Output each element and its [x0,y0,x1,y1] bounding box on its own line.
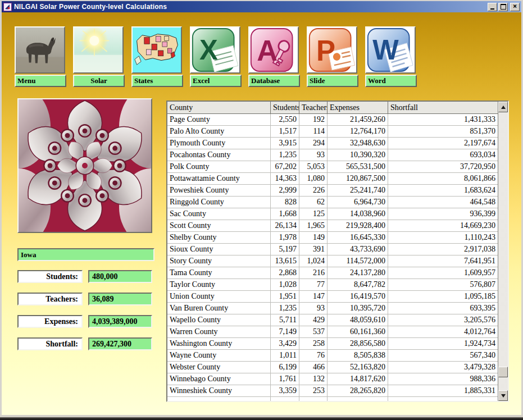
stat-value-field[interactable]: 480,000 [88,270,152,283]
table-row[interactable]: Washington County 3,429 258 28,856,580 1… [167,338,498,350]
cell-expenses: 12,764,170 [328,126,388,138]
table-row[interactable]: Page County 2,550 192 21,459,260 1,431,3… [167,114,498,126]
stat-value-field[interactable]: 4,039,389,000 [88,315,152,328]
cell-county: Ringgold County [167,197,271,208]
cell-county: Tama County [167,267,271,279]
scrollbar-up-button[interactable] [498,102,508,112]
cell-teachers: 226 [299,185,328,197]
table-row[interactable]: Warren County 7,149 537 60,161,360 4,012… [167,326,498,338]
maximize-button[interactable] [498,3,508,11]
window-title: NILGAI Solar Power County-level Calculat… [14,3,488,11]
close-button[interactable]: × [510,3,520,11]
cell-expenses: 10,390,320 [328,149,388,161]
table-row[interactable]: Palo Alto County 1,517 114 12,764,170 85… [167,126,498,138]
cell-county: Washington County [167,338,271,350]
table-row[interactable]: Scott County 26,134 1,965 219,928,400 14… [167,220,498,232]
cell-shortfall: 3,205,576 [388,314,498,326]
cell-county: Winneshiek County [167,385,271,397]
scrollbar-thumb[interactable] [498,367,508,377]
cell-teachers: 253 [299,385,328,397]
toolbar-button[interactable]: Excel [190,26,242,87]
col-header-expenses[interactable]: Expenses [328,102,388,114]
cell-teachers: 149 [299,232,328,244]
cell-teachers: 147 [299,291,328,303]
toolbar-button-label: Solar [73,75,125,87]
table-row[interactable]: Winneshiek County 3,359 253 28,265,820 1… [167,385,498,397]
table-row[interactable]: Taylor County 1,028 77 8,647,782 576,807 [167,279,498,291]
table-row[interactable]: Webster County 6,199 466 52,163,820 3,47… [167,362,498,373]
toolbar: Menu Solar States Excel Database Slide [15,26,417,87]
cell-county: Sac County [167,208,271,220]
title-bar[interactable]: NILGAI Solar Power County-level Calculat… [2,1,521,12]
scrollbar-track[interactable] [498,112,508,390]
table-header: County Students Teachers Expenses Shortf… [167,102,498,114]
toolbar-button[interactable]: Solar [73,26,125,87]
cell-teachers: 132 [299,373,328,385]
table-scrollbar[interactable] [498,102,508,401]
table-row[interactable]: Story County 13,615 1,024 114,572,000 7,… [167,255,498,267]
scrollbar-down-button[interactable] [498,390,508,401]
cell-students: 5,711 [271,314,299,326]
cell-county: Union County [167,291,271,303]
toolbar-button[interactable]: Menu [15,26,66,87]
stats-panel: Students: 480,000 Teachers: 36,089 Expen… [17,270,152,350]
county-table-grid: County Students Teachers Expenses Shortf… [167,102,498,401]
cell-county: Pocahontas County [167,149,271,161]
table-row[interactable]: Plymouth County 3,915 294 32,948,630 2,1… [167,138,498,149]
table-row[interactable]: Ringgold County 828 62 6,964,730 464,548 [167,197,498,208]
stat-label: Shortfall: [17,337,83,350]
table-row[interactable]: Sac County 1,668 125 14,038,960 936,399 [167,208,498,220]
cell-teachers: 429 [299,314,328,326]
cell-county: Poweshiek County [167,185,271,197]
cell-expenses: 16,419,570 [328,291,388,303]
cell-expenses: 114,572,000 [328,255,388,267]
cell-teachers: 1,965 [299,220,328,232]
table-row[interactable]: Sioux County 5,197 391 43,733,690 2,917,… [167,244,498,255]
table-row[interactable]: Shelby County 1,978 149 16,645,330 1,110… [167,232,498,244]
col-header-shortfall[interactable]: Shortfall [388,102,498,114]
toolbar-button[interactable]: Word [365,26,417,87]
table-row[interactable]: Van Buren County 1,235 93 10,395,720 693… [167,303,498,314]
col-header-teachers[interactable]: Teachers [299,102,328,114]
minimize-button[interactable] [488,3,497,11]
table-row[interactable]: Wapello County 5,711 429 48,059,610 3,20… [167,314,498,326]
cell-students: 1,235 [271,149,299,161]
stat-value-field[interactable]: 36,089 [88,293,152,305]
cell-county: Wapello County [167,314,271,326]
table-row[interactable]: Pottawattamie County 14,363 1,080 120,86… [167,173,498,185]
cell-students: 3,359 [271,385,299,397]
table-row[interactable]: Wayne County 1,011 76 8,505,838 567,340 [167,350,498,362]
table-row[interactable]: Union County 1,951 147 16,419,570 1,095,… [167,291,498,303]
toolbar-button[interactable]: Slide [307,26,358,87]
table-row[interactable]: Pocahontas County 1,235 93 10,390,320 69… [167,149,498,161]
table-row[interactable]: Poweshiek County 2,999 226 25,241,740 1,… [167,185,498,197]
col-header-county[interactable]: County [167,102,271,114]
cell-county: Page County [167,114,271,126]
stat-value-field[interactable]: 269,427,300 [88,337,152,350]
cell-shortfall: 2,197,674 [388,138,498,149]
stat-row: Students: 480,000 [17,270,152,283]
toolbar-button-icon [131,26,182,74]
toolbar-button-label: States [131,75,183,87]
stat-row: Shortfall: 269,427,300 [17,337,152,350]
cell-county: Palo Alto County [167,126,271,138]
cell-expenses: 14,038,960 [328,208,388,220]
table-row[interactable]: Polk County 67,202 5,053 565,531,500 37,… [167,161,498,173]
state-name-field[interactable]: Iowa [17,248,154,261]
cell-teachers: 114 [299,126,328,138]
col-header-students[interactable]: Students [271,102,299,114]
toolbar-button[interactable]: States [131,26,183,87]
cell-teachers: 125 [299,208,328,220]
cell-county: Story County [167,255,271,267]
table-row[interactable]: Winnebago County 1,761 132 14,817,620 98… [167,373,498,385]
cell-county: Polk County [167,161,271,173]
cell-expenses: 28,856,580 [328,338,388,350]
toolbar-button[interactable]: Database [248,26,300,87]
cell-shortfall: 988,336 [388,373,498,385]
cell-shortfall: 1,431,333 [388,114,498,126]
cell-county: Van Buren County [167,303,271,314]
cell-expenses: 6,964,730 [328,197,388,208]
cell-students: 2,550 [271,114,299,126]
table-row[interactable]: Tama County 2,868 216 24,137,280 1,609,9… [167,267,498,279]
toolbar-button-icon [15,26,65,74]
